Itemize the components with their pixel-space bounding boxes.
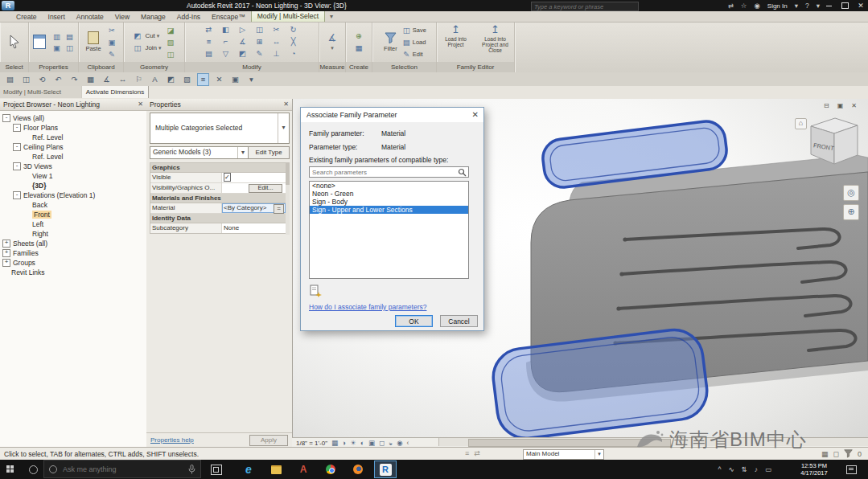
parameter-item-sign-upper-lower[interactable]: Sign - Upper and Lower Sections	[310, 206, 468, 214]
join-geometry-button[interactable]: ◫ Join ▾	[131, 43, 161, 53]
load-selection-button[interactable]: ▤ Load	[402, 37, 426, 47]
view-close-icon[interactable]: ✕	[851, 102, 857, 109]
cut-geometry-button[interactable]: ◩ Cut ▾	[131, 31, 161, 41]
cancel-button[interactable]: Cancel	[440, 315, 478, 327]
properties-help-link[interactable]: Properties help	[150, 436, 194, 444]
tree-expander[interactable]: -	[13, 124, 21, 132]
search-icon[interactable]	[458, 168, 467, 177]
subcategory-value-cell[interactable]: None	[222, 223, 286, 233]
default-3d-view-button[interactable]: ◩	[166, 74, 176, 85]
section-graphics[interactable]: Graphics	[150, 163, 286, 173]
delete-icon[interactable]: ╳	[287, 36, 299, 47]
split-icon[interactable]: ✂	[270, 24, 282, 35]
dialog-title[interactable]: Associate Family Parameter	[301, 108, 483, 122]
sign-in-dropdown-icon[interactable]: ▾	[795, 0, 798, 11]
favorites-icon[interactable]: ☆	[741, 0, 747, 11]
type-properties-icon[interactable]: ▣	[51, 43, 63, 53]
edit-type-button[interactable]: Edit Type	[248, 146, 290, 159]
cut-to-clipboard-icon[interactable]: ✂	[106, 25, 118, 35]
tree-expander[interactable]: -	[13, 143, 21, 151]
properties-palette-button[interactable]	[31, 34, 47, 50]
dialog-close-icon[interactable]: ✕	[472, 110, 479, 119]
properties-filter-dropdown-icon[interactable]: ▾	[237, 147, 248, 158]
section-identity-data[interactable]: Identity Data	[150, 214, 286, 223]
unpin-icon[interactable]: ◩	[237, 48, 249, 59]
help-icon[interactable]: ?	[805, 0, 809, 11]
tab-insert[interactable]: Insert	[43, 12, 71, 22]
paste-button[interactable]: Paste	[84, 31, 102, 53]
tree-item-revit-links[interactable]: Revit Links	[2, 268, 146, 277]
apply-button[interactable]: Apply	[249, 435, 288, 446]
taskbar-app-firefox[interactable]	[348, 461, 368, 477]
tray-volume-icon[interactable]: ♪	[755, 465, 758, 473]
tree-item-left[interactable]: Left	[23, 219, 146, 229]
panel-label-create[interactable]: Create	[346, 62, 372, 72]
visible-checkbox[interactable]: ✓	[224, 173, 231, 182]
properties-scrollbar[interactable]	[286, 162, 290, 235]
editable-only-icon[interactable]: ◻	[833, 450, 839, 458]
microphone-icon[interactable]	[188, 465, 195, 474]
section-materials[interactable]: Materials and Finishes	[150, 194, 286, 203]
horizontal-scrollbar[interactable]	[438, 438, 868, 446]
match-type-icon[interactable]: ✎	[106, 49, 118, 59]
tray-battery-icon[interactable]: ▭	[765, 465, 771, 473]
taskbar-search-box[interactable]	[43, 460, 201, 478]
edit-selection-button[interactable]: ✎ Edit	[402, 49, 426, 59]
panel-label-select[interactable]: Select	[0, 62, 28, 72]
taskbar-app-edge[interactable]: e	[238, 461, 259, 477]
tab-add-ins[interactable]: Add-Ins	[171, 12, 206, 22]
type-selector-dropdown-icon[interactable]: ▾	[278, 113, 289, 143]
tree-expander[interactable]: -	[13, 191, 21, 199]
request-icon[interactable]: ⇄	[474, 449, 480, 457]
qat-customize-button[interactable]: ▾	[246, 74, 257, 85]
taskbar-app-file-explorer[interactable]	[265, 461, 286, 477]
section-button[interactable]: ▧	[182, 74, 192, 85]
tree-item-ref-level[interactable]: Ref. Level	[23, 133, 146, 142]
tab-manage[interactable]: Manage	[135, 12, 171, 22]
ok-button[interactable]: OK	[395, 315, 433, 327]
family-category-icon[interactable]: ▤	[64, 31, 76, 42]
measure-button[interactable]: ∡	[101, 74, 112, 85]
move-icon[interactable]: ⊞	[253, 36, 265, 47]
cortana-icon[interactable]	[29, 465, 38, 474]
tray-show-hidden-icons[interactable]: ^	[718, 465, 721, 473]
open-button[interactable]: ▤	[5, 74, 15, 85]
pin-icon[interactable]: ▽	[220, 48, 232, 59]
edit-icon[interactable]: ✎	[253, 48, 265, 59]
offset-icon[interactable]: ◧	[220, 24, 232, 35]
properties-filter-combo[interactable]: Generic Models (3) ▾	[150, 146, 249, 159]
synchronize-button[interactable]: ⟲	[37, 74, 47, 85]
titlebar-search-box[interactable]	[531, 2, 639, 11]
ribbon-display-toggle-icon[interactable]: ▾	[330, 12, 333, 22]
taskbar-search-input[interactable]	[61, 465, 188, 474]
fillet-icon[interactable]: ◔	[287, 48, 299, 59]
tree-item-families[interactable]: +Families	[2, 248, 146, 258]
save-selection-button[interactable]: ◫ Save	[402, 25, 426, 35]
text-button[interactable]: A	[150, 74, 160, 85]
aligned-dimension-button[interactable]: ↔	[117, 74, 128, 85]
titlebar-search-input[interactable]	[532, 3, 638, 10]
action-center-icon[interactable]	[846, 465, 857, 474]
measure-dropdown-icon[interactable]: ▾	[331, 45, 334, 51]
copy-to-clipboard-icon[interactable]: ▣	[106, 37, 118, 47]
wall-joins-icon[interactable]: ◫	[165, 49, 177, 59]
angle-icon[interactable]: ∡	[237, 36, 249, 47]
panel-label-selection[interactable]: Selection	[372, 62, 436, 72]
selection-filter-icon[interactable]	[844, 449, 853, 458]
type-selector[interactable]: Multiple Categories Selected ▾	[150, 113, 290, 144]
tab-annotate[interactable]: Annotate	[71, 12, 109, 22]
array-icon[interactable]: ≡	[203, 36, 215, 47]
tree-expander[interactable]: +	[2, 249, 10, 257]
tree-expander[interactable]: -	[2, 114, 10, 122]
close-hidden-windows-button[interactable]: ✕	[214, 74, 224, 85]
save-button[interactable]: ◫	[21, 74, 31, 85]
tab-enscape[interactable]: Enscape™	[206, 12, 251, 22]
load-into-project-and-close-button[interactable]: ↥ Load into Project and Close	[477, 23, 513, 61]
tree-item-sheets[interactable]: +Sheets (all)	[2, 239, 146, 248]
visibility-edit-button[interactable]: Edit...	[249, 184, 282, 193]
cope-icon[interactable]: ▨	[165, 37, 177, 47]
revit-app-menu-icon[interactable]: R	[2, 1, 14, 10]
tree-item-view-1[interactable]: View 1	[23, 171, 146, 181]
tree-item-elevations[interactable]: -Elevations (Elevation 1)	[13, 190, 146, 200]
tray-updown-icon[interactable]: ⇅	[742, 465, 747, 473]
